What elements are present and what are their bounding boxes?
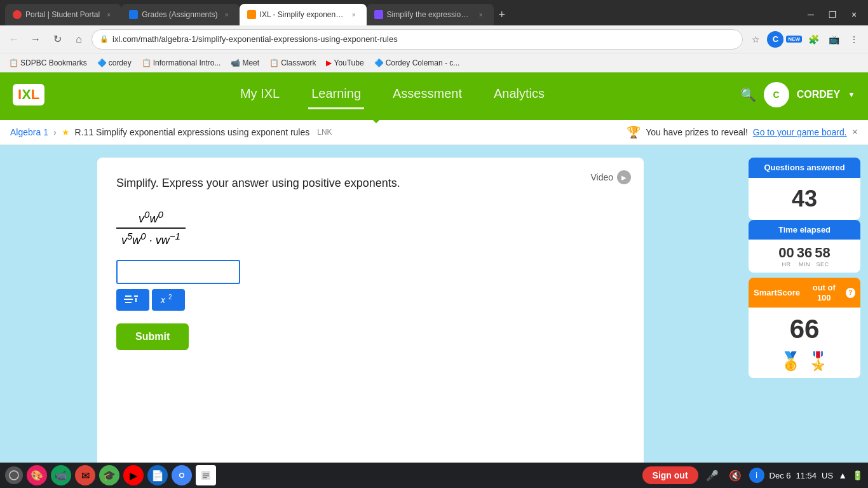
bookmark-classwork-icon: 📋: [269, 58, 279, 67]
svg-rect-2: [125, 302, 132, 303]
tab-portal[interactable]: Portal | Student Portal ×: [5, 4, 121, 25]
logo-x: X: [22, 86, 31, 102]
svg-point-7: [10, 471, 18, 480]
reload-button[interactable]: ↻: [48, 30, 66, 48]
bookmark-cordey[interactable]: 🔷 cordey: [93, 57, 135, 69]
gmail-app-button[interactable]: ✉: [75, 465, 95, 485]
bookmark-sdpbc[interactable]: 📋 SDPBC Bookmarks: [5, 57, 91, 69]
denom-w2: w: [161, 234, 170, 247]
bookmark-classwork[interactable]: 📋 Classwork: [266, 57, 320, 69]
bookmark-youtube-icon: ▶: [326, 58, 332, 67]
chevron-down-icon[interactable]: ▼: [848, 90, 855, 99]
time-hr-label: HR: [778, 261, 794, 268]
taskbar-apps: 🎨 📹 ✉ 🎓 ▶ 📄: [5, 465, 216, 485]
bookmark-informational[interactable]: 📋 Informational Intro...: [138, 57, 225, 69]
breadcrumb-current: R.11 Simplify exponential expressions us…: [75, 127, 310, 137]
tab-portal-close[interactable]: ×: [104, 10, 114, 20]
submit-button[interactable]: Submit: [116, 323, 189, 350]
home-button[interactable]: ⌂: [70, 30, 88, 48]
prizes-close-button[interactable]: ×: [852, 126, 858, 138]
address-bar[interactable]: 🔒 ixl.com/math/algebra-1/simplify-expone…: [92, 29, 743, 50]
exponent-button[interactable]: x 2: [152, 289, 185, 311]
video-link[interactable]: Video ▶: [590, 170, 631, 184]
lock-icon: 🔒: [100, 35, 109, 43]
bookmark-cordey-coleman[interactable]: 🔷 Cordey Coleman - c...: [370, 57, 464, 69]
back-button[interactable]: ←: [5, 30, 23, 48]
bookmark-sdpbc-icon: 📋: [9, 58, 18, 67]
close-window-button[interactable]: ×: [845, 6, 863, 24]
extensions-button[interactable]: 🧩: [804, 30, 822, 48]
wifi-icon: ▲: [838, 470, 847, 480]
tab-grades-label: Grades (Assignments): [142, 10, 217, 19]
tab-simplify[interactable]: Simplify the expression m^0 *... ×: [367, 4, 494, 25]
tab-ixl[interactable]: IXL - Simplify exponential expr... ×: [240, 4, 367, 25]
time-elapsed-card: Time elapsed 00 HR 36 MIN 58 SEC: [749, 220, 860, 273]
nav-assessment[interactable]: Assessment: [390, 80, 465, 109]
launcher-button[interactable]: [5, 466, 23, 484]
cast-button[interactable]: 📺: [825, 30, 843, 48]
microphone-icon[interactable]: 🎤: [703, 466, 721, 484]
tab-grades-close[interactable]: ×: [222, 10, 232, 20]
ixl-logo[interactable]: IXL: [13, 84, 44, 105]
classroom-app-button[interactable]: 🎓: [99, 465, 119, 485]
nav-indicator: [370, 117, 383, 123]
taskbar: 🎨 📹 ✉ 🎓 ▶ 📄 Sign out 🎤 🔇 i Dec 6: [0, 463, 868, 488]
nav-analytics[interactable]: Analytics: [491, 80, 548, 109]
answer-input[interactable]: [116, 260, 240, 284]
sign-out-button[interactable]: Sign out: [642, 466, 698, 484]
trophy-icon: 🏆: [627, 125, 641, 139]
files-app-button[interactable]: [196, 465, 216, 485]
tab-simplify-label: Simplify the expression m^0 *...: [387, 10, 472, 19]
breadcrumb-bar: Algebra 1 › ★ R.11 Simplify exponential …: [0, 120, 868, 145]
tab-portal-label: Portal | Student Portal: [25, 10, 100, 19]
breadcrumb-tag: LNK: [317, 128, 332, 137]
numerator-w: w: [149, 212, 158, 225]
breadcrumb-star-icon[interactable]: ★: [62, 127, 70, 137]
youtube-app-button[interactable]: ▶: [123, 465, 144, 485]
search-button[interactable]: 🔍: [740, 87, 756, 102]
smartscore-value: 66: [749, 308, 860, 351]
right-panel: Questions answered 43 Time elapsed 00 HR…: [741, 145, 868, 488]
time-hr-value: 00: [778, 245, 794, 261]
smartscore-help-icon[interactable]: ?: [846, 288, 856, 298]
bookmark-cordey-coleman-icon: 🔷: [374, 58, 384, 67]
video-label: Video: [590, 172, 613, 182]
chrome-app-button[interactable]: [172, 465, 192, 485]
ixl-nav: My IXL Learning Assessment Analytics: [44, 80, 740, 109]
mic-mute-icon[interactable]: 🔇: [726, 466, 744, 484]
tab-simplify-close[interactable]: ×: [476, 10, 486, 20]
minimize-button[interactable]: ─: [802, 6, 820, 24]
ixl-header: IXL My IXL Learning Assessment Analytics…: [0, 72, 868, 117]
address-text: ixl.com/math/algebra-1/simplify-exponent…: [112, 34, 735, 44]
new-tab-button[interactable]: +: [494, 8, 511, 22]
breadcrumb-left: Algebra 1 › ★ R.11 Simplify exponential …: [10, 127, 332, 137]
breadcrumb-algebra[interactable]: Algebra 1: [10, 127, 48, 137]
logo-box: IXL: [13, 84, 44, 105]
username-label[interactable]: CORDEY: [797, 89, 840, 100]
problem-instruction: Simplify. Express your answer using posi…: [116, 177, 625, 190]
prizes-link[interactable]: Go to your game board.: [753, 127, 847, 137]
forward-button[interactable]: →: [27, 30, 44, 48]
restore-button[interactable]: ❐: [824, 6, 841, 24]
menu-button[interactable]: ⋮: [845, 30, 863, 48]
notifications-icon[interactable]: i: [749, 468, 764, 483]
bookmark-meet[interactable]: 📹 Meet: [227, 57, 263, 69]
bookmark-youtube[interactable]: ▶ YouTube: [322, 57, 367, 69]
tab-grades-favicon: [129, 10, 138, 19]
tasks-app-button[interactable]: 🎨: [27, 465, 47, 485]
bookmark-informational-icon: 📋: [142, 58, 151, 67]
smartscore-header: SmartScore out of 100 ?: [749, 278, 860, 308]
tab-ixl-close[interactable]: ×: [349, 10, 359, 20]
fraction-button[interactable]: [116, 289, 149, 311]
tab-grades[interactable]: Grades (Assignments) ×: [121, 4, 239, 25]
answer-section: x 2: [116, 260, 625, 311]
nav-learning[interactable]: Learning: [308, 80, 364, 109]
meet-app-button[interactable]: 📹: [51, 465, 71, 485]
math-toolbar: x 2: [116, 289, 625, 311]
tab-ixl-label: IXL - Simplify exponential expr...: [260, 10, 345, 19]
user-avatar[interactable]: C: [764, 82, 789, 107]
docs-app-button[interactable]: 📄: [147, 465, 168, 485]
nav-my-ixl[interactable]: My IXL: [237, 80, 283, 109]
profile-button[interactable]: C: [767, 31, 783, 48]
bookmark-star-button[interactable]: ☆: [747, 30, 764, 48]
